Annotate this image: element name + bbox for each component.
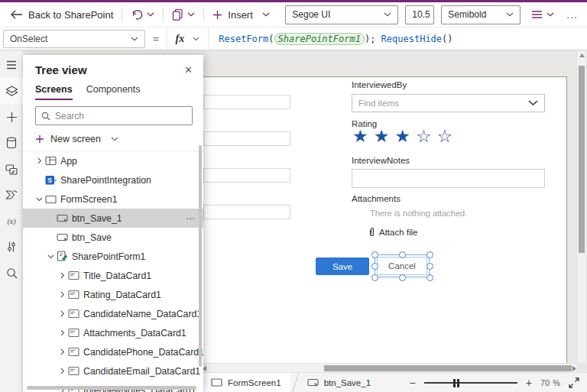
text-input[interactable] bbox=[203, 95, 290, 109]
tree-item-App[interactable]: App bbox=[23, 151, 203, 170]
attach-file-button[interactable]: Attach file bbox=[368, 227, 418, 238]
tree-item-btn_Save_1[interactable]: btn_Save_1⋯ bbox=[23, 209, 203, 228]
text-input[interactable] bbox=[203, 131, 290, 146]
tree-item-CandidateEmail_DataCard1[interactable]: CandidateEmail_DataCard1 bbox=[23, 361, 203, 381]
undo-menu-chevron[interactable] bbox=[147, 12, 154, 17]
rail-tree-view-icon[interactable] bbox=[0, 78, 23, 104]
rail-insert-icon[interactable] bbox=[0, 104, 23, 130]
selection-handle[interactable] bbox=[371, 274, 378, 281]
back-to-sharepoint-button[interactable]: Back to SharePoint bbox=[11, 9, 113, 21]
cancel-button[interactable]: Cancel bbox=[377, 257, 427, 275]
chevron-right-icon[interactable] bbox=[57, 329, 68, 336]
combobox-placeholder: Find items bbox=[358, 99, 399, 108]
tree-item-CandidatePhone_DataCard1[interactable]: CandidatePhone_DataCard1 bbox=[23, 342, 203, 361]
tree-item-Title_DataCard1[interactable]: Title_DataCard1 bbox=[23, 266, 203, 285]
chevron-right-icon[interactable] bbox=[57, 368, 68, 374]
interviewnotes-input[interactable] bbox=[352, 169, 545, 188]
chevron-right-icon[interactable] bbox=[57, 348, 68, 355]
font-weight-dropdown[interactable]: Semibold bbox=[441, 5, 521, 24]
scroll-up-arrow-icon[interactable] bbox=[579, 53, 585, 57]
app-icon bbox=[45, 156, 60, 166]
tree-items-list: AppSSharePointIntegrationFormScreen1btn_… bbox=[23, 151, 203, 392]
selection-handle[interactable] bbox=[426, 251, 433, 258]
text-input[interactable] bbox=[203, 168, 290, 183]
text-align-button[interactable] bbox=[531, 10, 554, 19]
paste-menu-chevron[interactable] bbox=[187, 12, 195, 17]
paste-button[interactable] bbox=[172, 8, 183, 21]
chevron-right-icon[interactable] bbox=[57, 310, 68, 317]
rail-media-icon[interactable] bbox=[0, 156, 23, 182]
tree-item-label: SharePointForm1 bbox=[72, 251, 203, 262]
tree-item-FormScreen1[interactable]: FormScreen1 bbox=[23, 190, 203, 209]
insert-button[interactable]: Insert bbox=[212, 9, 270, 21]
plus-icon bbox=[212, 10, 222, 20]
scroll-right-arrow-icon[interactable] bbox=[572, 366, 576, 371]
scrollbar-thumb[interactable] bbox=[324, 365, 572, 371]
property-selector-dropdown[interactable]: OnSelect bbox=[3, 30, 145, 48]
rail-power-automate-icon[interactable] bbox=[0, 182, 23, 208]
font-family-dropdown[interactable]: Segoe UI bbox=[285, 5, 398, 24]
tree-item-label: FormScreen1 bbox=[60, 194, 203, 205]
rail-variables-icon[interactable]: (x) bbox=[0, 208, 23, 234]
sharepoint-icon: S bbox=[45, 175, 60, 186]
zoom-slider[interactable] bbox=[424, 377, 517, 388]
tree-item-btn_Save[interactable]: btn_Save bbox=[23, 228, 203, 247]
close-icon[interactable]: ✕ bbox=[184, 64, 193, 76]
selection-handle[interactable] bbox=[399, 274, 406, 281]
rail-search-icon[interactable] bbox=[0, 260, 23, 286]
zoom-out-button[interactable]: − bbox=[410, 377, 416, 389]
zoom-slider-thumb[interactable] bbox=[453, 379, 459, 387]
chevron-right-icon[interactable] bbox=[57, 291, 68, 298]
toolbar-overflow-button[interactable]: ... bbox=[566, 8, 578, 21]
datacard-icon bbox=[68, 290, 83, 300]
tree-item-SharePointIntegration[interactable]: SSharePointIntegration bbox=[23, 170, 203, 190]
selection-handle[interactable] bbox=[399, 251, 406, 258]
tree-search-box[interactable] bbox=[35, 106, 193, 125]
canvas-horizontal-scrollbar[interactable] bbox=[200, 363, 576, 372]
star-filled-icon[interactable]: ★ bbox=[394, 126, 416, 146]
formula-input[interactable]: ResetForm(SharePointForm1); RequestHide(… bbox=[219, 34, 452, 44]
fit-to-window-icon[interactable] bbox=[569, 377, 579, 388]
star-filled-icon[interactable]: ★ bbox=[374, 126, 395, 146]
tab-components[interactable]: Components bbox=[86, 84, 141, 100]
fx-menu-button[interactable]: fx bbox=[167, 28, 209, 50]
canvas-vertical-scrollbar[interactable] bbox=[576, 50, 585, 363]
tree-view-title: Tree view bbox=[35, 63, 87, 76]
tree-item-CandidateName_DataCard1[interactable]: CandidateName_DataCard1 bbox=[23, 304, 203, 323]
tree-item-Rating_DataCard1[interactable]: Rating_DataCard1 bbox=[23, 285, 203, 304]
equals-sign: = bbox=[153, 33, 159, 44]
chevron-right-icon[interactable] bbox=[57, 272, 68, 279]
text-input[interactable] bbox=[203, 205, 290, 219]
selection-handle[interactable] bbox=[426, 263, 433, 270]
star-filled-icon[interactable]: ★ bbox=[352, 126, 374, 146]
screen-tab[interactable]: FormScreen1 bbox=[203, 373, 290, 392]
star-empty-icon[interactable]: ☆ bbox=[416, 126, 437, 146]
new-screen-button[interactable]: New screen bbox=[23, 127, 203, 151]
tree-item-Attachments_DataCard1[interactable]: Attachments_DataCard1 bbox=[23, 323, 203, 342]
rail-data-icon[interactable] bbox=[0, 130, 23, 156]
rail-advanced-tools-icon[interactable] bbox=[0, 234, 23, 260]
chevron-right-icon[interactable] bbox=[34, 157, 45, 164]
selected-control-crumb[interactable]: btn_Save_1 bbox=[301, 377, 371, 388]
tree-item-SharePointForm1[interactable]: SharePointForm1 bbox=[23, 247, 203, 266]
selection-handle[interactable] bbox=[371, 263, 378, 270]
selection-handle[interactable] bbox=[371, 251, 378, 258]
tree-item-label: btn_Save_1 bbox=[72, 213, 186, 224]
text-align-chevron bbox=[546, 12, 554, 17]
chevron-down-icon[interactable] bbox=[45, 253, 57, 260]
undo-button[interactable] bbox=[131, 9, 143, 21]
font-size-input[interactable]: 10.5 bbox=[405, 5, 434, 24]
selection-handle[interactable] bbox=[426, 274, 433, 281]
save-button[interactable]: Save bbox=[316, 258, 369, 275]
tree-vertical-scrollbar[interactable] bbox=[199, 145, 202, 367]
chevron-down-icon[interactable] bbox=[34, 196, 45, 202]
rating-stars[interactable]: ★★★☆☆ bbox=[352, 125, 458, 147]
interviewedby-combobox[interactable]: Find items bbox=[352, 94, 545, 112]
zoom-in-button[interactable]: + bbox=[526, 377, 532, 389]
scrollbar-thumb[interactable] bbox=[579, 66, 585, 253]
search-input[interactable] bbox=[55, 111, 185, 121]
star-empty-icon[interactable]: ☆ bbox=[437, 126, 459, 146]
rail-menu-icon[interactable] bbox=[0, 52, 23, 78]
tab-screens[interactable]: Screens bbox=[35, 84, 73, 100]
tree-horizontal-scrollbar[interactable] bbox=[27, 386, 196, 390]
